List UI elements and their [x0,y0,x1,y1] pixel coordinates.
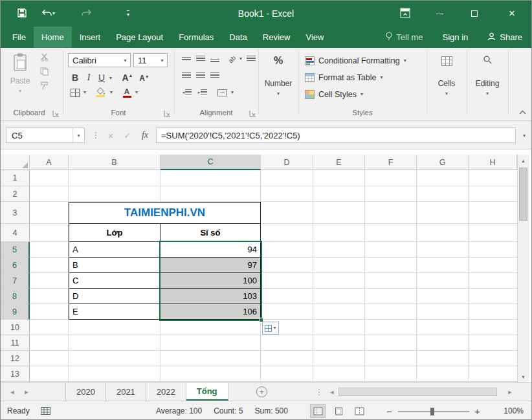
row-header-12[interactable]: 12 [1,351,30,366]
vertical-scrollbar-thumb[interactable] [519,168,527,221]
column-header-D[interactable]: D [261,155,313,170]
row-header-13[interactable]: 13 [1,366,30,382]
row-header-6[interactable]: 6 [1,258,30,273]
tell-me-button[interactable]: Tell me [385,32,423,43]
sheet-tab-t-ng[interactable]: Tổng [186,383,228,401]
font-color-button[interactable]: A [121,86,133,99]
save-button[interactable] [11,1,33,27]
alignment-dialog-launcher[interactable] [249,109,257,117]
customize-quick-access-button[interactable]: ▾ [121,1,135,27]
row-header-5[interactable]: 5 [1,242,30,258]
increase-font-size-button[interactable]: A▲ [121,71,134,84]
cells-label[interactable]: Cells [427,79,467,88]
number-dropdown-caret-icon[interactable]: ▾ [258,91,298,97]
cells-dropdown-caret-icon[interactable]: ▾ [427,91,467,97]
conditional-formatting-button[interactable]: Conditional Formatting▾ [305,53,406,69]
column-header-E[interactable]: E [313,155,365,170]
select-all-corner[interactable] [1,155,30,170]
new-sheet-button[interactable]: + [256,386,267,397]
zoom-out-button[interactable]: − [386,401,392,420]
format-as-table-button[interactable]: Format as Table▾ [305,70,382,85]
orientation-button[interactable]: ab [226,53,239,65]
tab-options-icon[interactable]: ⋮ [313,383,326,401]
sign-in-button[interactable]: Sign in [443,32,469,42]
cell-B7[interactable]: C [69,273,161,289]
cell-B8[interactable]: D [69,289,161,304]
fill-color-button[interactable] [94,86,107,99]
cell-C8[interactable]: 103 [161,289,261,304]
row-header-11[interactable]: 11 [1,335,30,351]
cell-C9[interactable]: 106 [161,304,261,320]
ribbon-display-options-button[interactable] [394,1,416,27]
zoom-level[interactable]: 100% [485,401,524,420]
font-family-combobox[interactable]: Calibri ▾ [68,53,131,67]
sheet-tab-2021[interactable]: 2021 [106,383,146,401]
merge-center-button[interactable] [216,87,228,98]
next-sheet-icon[interactable]: ► [20,383,33,401]
normal-view-button[interactable] [310,404,326,418]
minimize-button[interactable] [424,1,455,27]
horizontal-scrollbar-thumb[interactable] [338,388,497,396]
font-dialog-launcher[interactable] [164,109,172,117]
scroll-down-icon[interactable]: ▼ [518,371,529,382]
cut-button[interactable] [38,53,50,63]
cell-B6[interactable]: B [69,258,161,273]
autofill-options-button[interactable]: ▾ [262,322,279,335]
cell-styles-button[interactable]: Cell Styles▾ [305,87,363,102]
editing-label[interactable]: Editing [467,79,508,88]
column-header-H[interactable]: H [469,155,517,170]
borders-dropdown-caret-icon[interactable]: ▾ [81,89,89,96]
undo-button[interactable]: ▾ [37,1,59,27]
cell-B9[interactable]: E [69,304,161,320]
fill-color-dropdown-caret-icon[interactable]: ▾ [107,89,115,96]
row-header-10[interactable]: 10 [1,320,30,335]
merged-title-cell[interactable]: TAIMIENPHI.VN [69,202,261,224]
sheet-tab-2022[interactable]: 2022 [146,383,186,401]
column-header-G[interactable]: G [417,155,469,170]
maximize-button[interactable] [459,1,490,27]
cell-C5[interactable]: 94 [161,242,261,258]
underline-button[interactable]: U [96,71,107,84]
chevron-down-icon[interactable]: ▾ [120,54,130,67]
increase-indent-button[interactable]: ▸ [196,88,209,97]
number-format-button[interactable]: % [258,53,298,69]
row-header-2[interactable]: 2 [1,186,30,202]
row-header-9[interactable]: 9 [1,304,30,320]
sheet-tab-2020[interactable]: 2020 [65,383,106,401]
format-painter-button[interactable] [38,82,50,92]
cell-B5[interactable]: A [69,242,161,258]
merge-center-dropdown-caret-icon[interactable]: ▾ [228,89,236,96]
number-format-label[interactable]: Number [258,79,298,88]
row-header-4[interactable]: 4 [1,224,30,242]
ribbon-tab-page-layout[interactable]: Page Layout [108,27,171,48]
font-color-dropdown-caret-icon[interactable]: ▾ [133,89,140,96]
decrease-font-size-button[interactable]: A▼ [138,72,151,84]
font-size-combobox[interactable]: 11 ▾ [133,53,168,67]
insert-function-button[interactable]: fx [137,127,153,143]
expand-formula-bar-caret-icon[interactable]: ▾ [518,127,530,143]
page-layout-view-button[interactable] [331,404,346,418]
paste-label[interactable]: Paste [5,76,36,85]
clipboard-dialog-launcher[interactable] [52,109,60,117]
editing-dropdown-caret-icon[interactable]: ▾ [467,91,508,97]
name-box[interactable]: C5 ▾ [6,127,85,143]
status-average[interactable]: Average: 100 [156,406,202,415]
share-button[interactable]: Share [487,32,522,43]
cells-button[interactable] [427,53,467,69]
row-header-7[interactable]: 7 [1,273,30,289]
row-header-3[interactable]: 3 [1,202,30,224]
underline-dropdown-caret-icon[interactable]: ▾ [107,75,115,82]
ribbon-tab-home[interactable]: Home [34,27,72,48]
collapse-ribbon-button[interactable] [516,107,529,116]
status-count[interactable]: Count: 5 [214,406,243,415]
scroll-up-icon[interactable]: ▲ [518,155,529,166]
align-middle-button[interactable] [195,54,206,63]
column-header-F[interactable]: F [365,155,417,170]
paste-dropdown-caret-icon[interactable]: ▾ [15,88,25,94]
row-header-8[interactable]: 8 [1,289,30,304]
align-bottom-button[interactable] [209,54,221,63]
ribbon-tab-file[interactable]: File [5,27,34,48]
macro-record-button[interactable] [41,401,50,420]
cancel-icon[interactable]: × [103,127,118,143]
ribbon-tab-review[interactable]: Review [255,27,298,48]
